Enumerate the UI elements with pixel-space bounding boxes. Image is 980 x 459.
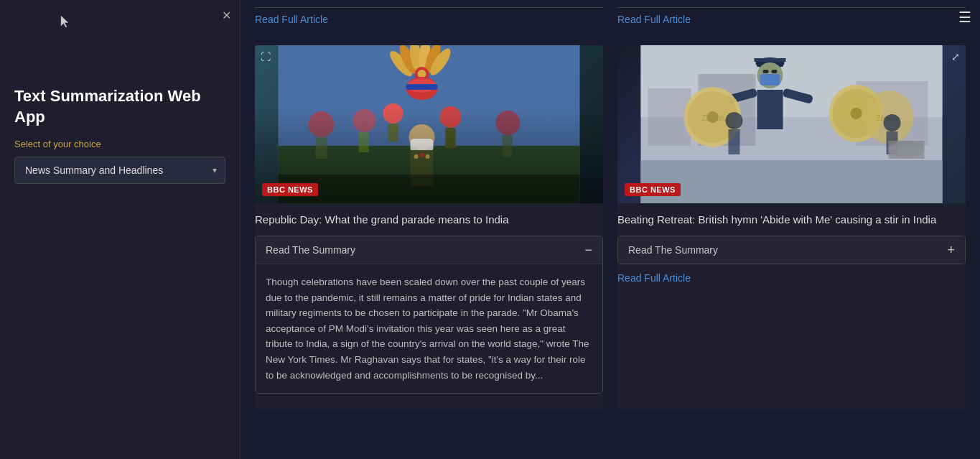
svg-rect-5: [359, 132, 369, 152]
svg-point-57: [884, 114, 901, 131]
read-full-article-link-retreat[interactable]: Read Full Article: [617, 272, 691, 284]
main-content: ☰ Read Full Article Read Full Article: [241, 0, 980, 459]
top-right-article: Read Full Article: [617, 7, 966, 31]
article-title-retreat: Beating Retreat: British hymn 'Abide wit…: [617, 212, 966, 227]
close-button[interactable]: ✕: [222, 9, 231, 22]
articles-grid: BBC NEWS ⛶ Republic Day: What the grand …: [255, 45, 966, 409]
svg-point-26: [383, 103, 403, 124]
top-right-read-full-link[interactable]: Read Full Article: [617, 7, 966, 31]
svg-rect-35: [641, 160, 943, 203]
svg-rect-20: [411, 139, 434, 152]
article-body-retreat: Beating Retreat: British hymn 'Abide wit…: [617, 203, 966, 293]
svg-rect-21: [411, 150, 434, 186]
svg-rect-43: [757, 90, 783, 129]
hamburger-button[interactable]: ☰: [958, 9, 971, 26]
svg-rect-42: [772, 70, 778, 73]
svg-point-24: [426, 154, 430, 159]
cursor-icon: [57, 14, 72, 29]
summary-header-retreat[interactable]: Read The Summary +: [618, 236, 965, 264]
summary-label-republic: Read The Summary: [266, 244, 355, 256]
svg-rect-1: [279, 146, 580, 203]
summary-toggle-retreat: +: [947, 244, 955, 256]
article-title-republic: Republic Day: What the grand parade mean…: [255, 212, 603, 227]
svg-point-22: [414, 154, 419, 159]
svg-point-28: [440, 106, 462, 128]
summary-header-republic[interactable]: Read The Summary −: [256, 236, 602, 264]
svg-rect-7: [503, 135, 513, 157]
summary-label-retreat: Read The Summary: [628, 244, 718, 256]
dropdown-wrapper: News Summary and Headlines Custom Text S…: [14, 157, 225, 184]
svg-rect-60: [889, 141, 925, 159]
hamburger-icon: ☰: [958, 9, 971, 25]
svg-point-6: [496, 111, 521, 135]
svg-point-23: [420, 153, 424, 157]
shrink-icon-retreat[interactable]: ⤢: [951, 51, 960, 62]
article-image-retreat: Zildjian Zildjian: [617, 45, 966, 203]
svg-point-55: [726, 112, 743, 129]
top-left-read-full-link[interactable]: Read Full Article: [255, 7, 603, 31]
svg-rect-18: [406, 84, 438, 90]
article-image-republic: BBC NEWS ⛶: [255, 45, 603, 203]
category-dropdown[interactable]: News Summary and Headlines Custom Text S…: [14, 157, 225, 184]
svg-point-4: [353, 109, 376, 132]
top-left-article: Read Full Article: [255, 7, 603, 31]
svg-rect-27: [388, 124, 398, 142]
svg-text:Zildjian: Zildjian: [702, 114, 725, 122]
svg-rect-41: [763, 70, 769, 73]
bbc-badge-republic: BBC NEWS: [262, 183, 318, 196]
svg-rect-29: [446, 128, 456, 148]
summary-box-republic: Read The Summary − Though celebrations h…: [255, 236, 603, 394]
sidebar: ✕ Text Summarization Web App Select of y…: [0, 0, 241, 459]
close-icon: ✕: [222, 9, 231, 22]
article-body-republic: Republic Day: What the grand parade mean…: [255, 203, 603, 409]
svg-rect-38: [755, 58, 786, 62]
bbc-badge-retreat: BBC NEWS: [625, 183, 681, 196]
app-title: Text Summarization Web App: [14, 86, 225, 127]
article-card-retreat: Zildjian Zildjian: [617, 45, 966, 409]
summary-box-retreat: Read The Summary +: [617, 236, 966, 264]
svg-rect-25: [279, 175, 580, 203]
summary-content-republic: Though celebrations have been scaled dow…: [256, 264, 602, 393]
top-articles-row: Read Full Article Read Full Article: [255, 0, 966, 38]
article-card-republic: BBC NEWS ⛶ Republic Day: What the grand …: [255, 45, 603, 409]
svg-point-52: [851, 108, 862, 119]
summary-toggle-republic: −: [584, 244, 592, 256]
svg-rect-40: [760, 74, 780, 85]
svg-point-2: [309, 111, 335, 137]
svg-point-19: [409, 124, 435, 150]
select-label: Select of your choice: [14, 139, 225, 149]
svg-rect-3: [316, 137, 327, 159]
expand-icon-republic[interactable]: ⛶: [261, 51, 271, 62]
svg-rect-56: [729, 129, 740, 154]
